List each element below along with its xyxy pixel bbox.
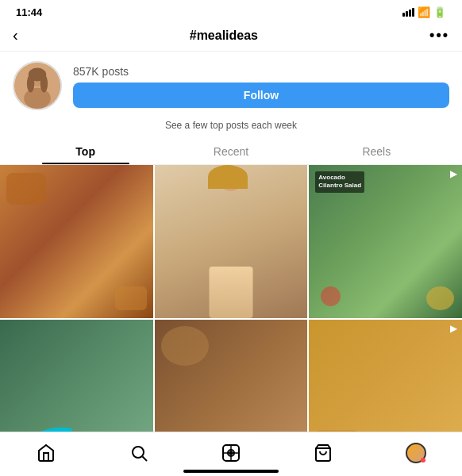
search-icon	[129, 443, 148, 463]
nav-reels[interactable]	[215, 437, 247, 469]
nav-profile[interactable]	[400, 437, 432, 469]
follow-button[interactable]: Follow	[73, 83, 449, 108]
avatar	[13, 61, 62, 110]
posts-label: posts	[99, 65, 129, 78]
profile-info: 857K posts Follow	[73, 64, 449, 108]
posts-count-number: 857K	[73, 65, 99, 78]
notification-dot	[421, 458, 425, 463]
signal-icon	[402, 8, 414, 17]
grid-item-1[interactable]	[0, 165, 153, 318]
posts-count: 857K posts	[73, 64, 449, 78]
status-icons: 📶 🔋	[402, 6, 446, 18]
photo-grid: Avocado Cilantro Salad ▶	[0, 165, 462, 476]
status-bar: 11:44 📶 🔋	[0, 0, 462, 21]
wifi-icon: 📶	[418, 6, 430, 18]
nav-shop[interactable]	[307, 437, 339, 469]
bottom-nav	[0, 432, 462, 476]
grid-label-3: Avocado Cilantro Salad	[315, 171, 364, 193]
tab-reels[interactable]: Reels	[304, 137, 449, 164]
svg-point-10	[133, 447, 144, 458]
avatar-image	[14, 61, 60, 110]
page-title: #mealideas	[18, 29, 429, 43]
svg-point-4	[27, 75, 34, 92]
header: ‹ #mealideas •••	[0, 21, 462, 52]
grid-item-3[interactable]: Avocado Cilantro Salad ▶	[309, 165, 462, 318]
back-button[interactable]: ‹	[13, 26, 18, 44]
tab-recent[interactable]: Recent	[158, 137, 303, 164]
nav-home[interactable]	[30, 437, 62, 469]
more-options-button[interactable]: •••	[429, 27, 449, 44]
svg-point-5	[40, 75, 48, 92]
home-indicator	[183, 470, 279, 473]
profile-section: 857K posts Follow	[0, 52, 462, 117]
svg-line-11	[142, 456, 147, 461]
battery-icon: 🔋	[433, 6, 446, 18]
grid-item-2[interactable]	[155, 165, 308, 318]
video-play-icon-6: ▶	[450, 323, 457, 334]
status-time: 11:44	[16, 6, 42, 18]
shop-icon	[314, 443, 333, 463]
see-top-text: See a few top posts each week	[0, 117, 462, 137]
home-icon	[37, 443, 56, 463]
tabs-bar: Top Recent Reels	[0, 137, 462, 165]
video-play-icon-3: ▶	[450, 168, 457, 179]
nav-search[interactable]	[123, 437, 155, 469]
tab-top[interactable]: Top	[13, 137, 158, 164]
reels-nav-icon	[221, 443, 241, 463]
svg-point-2	[24, 88, 51, 109]
profile-avatar	[406, 443, 426, 463]
